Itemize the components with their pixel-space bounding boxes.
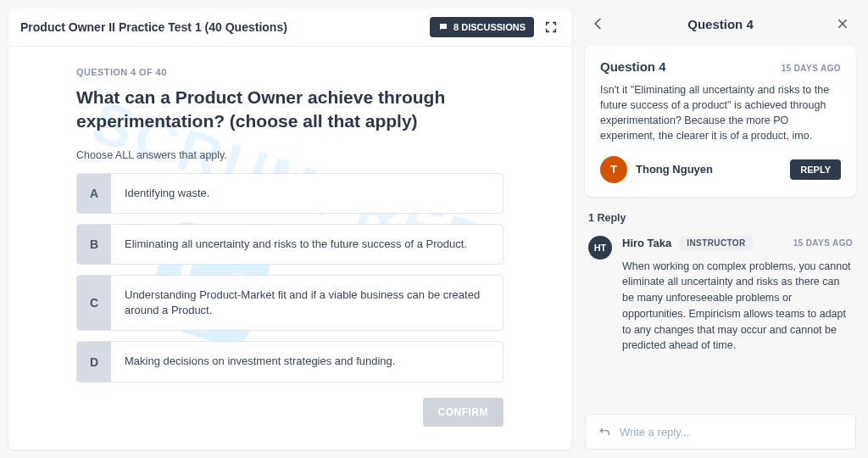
choice-letter: D — [77, 342, 111, 381]
thread-card: Question 4 15 DAYS AGO Isn't it "Elimina… — [585, 46, 856, 197]
app-root: Product Owner II Practice Test 1 (40 Que… — [0, 0, 868, 458]
choice-letter: B — [77, 225, 111, 264]
avatar: HT — [588, 236, 612, 260]
choice-text: Identifying waste. — [111, 174, 223, 213]
close-icon — [836, 17, 849, 31]
thread-age: 15 DAYS AGO — [782, 64, 841, 73]
test-header-actions: 8 DISCUSSIONS — [430, 17, 559, 37]
discussion-title: Question 4 — [687, 17, 754, 31]
confirm-button[interactable]: CONFIRM — [423, 398, 504, 427]
thread-footer: T Thong Nguyen REPLY — [600, 156, 841, 183]
choices-list: A Identifying waste. B Eliminating all u… — [76, 173, 504, 383]
discussion-header: Question 4 — [585, 8, 856, 46]
choice-letter: C — [77, 276, 111, 330]
thread-title: Question 4 — [600, 59, 666, 74]
thread-top: Question 4 15 DAYS AGO — [600, 59, 841, 74]
choice-b[interactable]: B Eliminating all uncertainty and risks … — [76, 224, 504, 265]
fullscreen-button[interactable] — [542, 19, 559, 36]
question-title: What can a Product Owner achieve through… — [76, 86, 504, 134]
choice-c[interactable]: C Understanding Product-Market fit and i… — [76, 275, 504, 331]
reply-item: HT Hiro Taka INSTRUCTOR 15 DAYS AGO When… — [585, 236, 856, 355]
discussion-pane: Question 4 Question 4 15 DAYS AGO Isn't … — [580, 0, 868, 458]
test-card: Product Owner II Practice Test 1 (40 Que… — [8, 8, 571, 450]
choice-d[interactable]: D Making decisions on investment strateg… — [76, 341, 504, 382]
choice-a[interactable]: A Identifying waste. — [76, 173, 504, 214]
choice-text: Making decisions on investment strategie… — [111, 342, 409, 381]
avatar: T — [600, 156, 627, 183]
close-button[interactable] — [832, 14, 853, 34]
test-body: QUESTION 4 OF 40 What can a Product Owne… — [8, 47, 571, 450]
reply-placeholder: Write a reply... — [620, 426, 690, 438]
reply-arrow-icon — [598, 425, 611, 438]
fullscreen-icon — [544, 20, 558, 34]
reply-author-name: Hiro Taka — [622, 237, 671, 249]
reply-input[interactable]: Write a reply... — [585, 414, 856, 450]
reply-count: 1 Reply — [588, 212, 856, 224]
arrow-left-icon — [591, 16, 606, 31]
choice-text: Understanding Product-Market fit and if … — [111, 276, 503, 330]
chat-icon — [438, 22, 448, 32]
test-title: Product Owner II Practice Test 1 (40 Que… — [20, 20, 287, 34]
question-kicker: QUESTION 4 OF 40 — [76, 67, 504, 77]
choice-text: Eliminating all uncertainty and risks to… — [111, 225, 481, 264]
reply-header: Hiro Taka INSTRUCTOR 15 DAYS AGO — [622, 236, 853, 250]
discussions-button-label: 8 DISCUSSIONS — [453, 22, 526, 32]
reply-age: 15 DAYS AGO — [793, 238, 853, 248]
author-name: Thong Nguyen — [636, 163, 713, 176]
thread-author: T Thong Nguyen — [600, 156, 713, 183]
confirm-row: CONFIRM — [76, 398, 504, 427]
test-pane: Product Owner II Practice Test 1 (40 Que… — [0, 0, 580, 458]
discussions-button[interactable]: 8 DISCUSSIONS — [430, 17, 534, 37]
choice-letter: A — [77, 174, 111, 213]
thread-body: Isn't it "Eliminating all uncertainty an… — [600, 82, 841, 144]
reply-body: When working on complex problems, you ca… — [622, 259, 853, 355]
test-header: Product Owner II Practice Test 1 (40 Que… — [8, 8, 571, 47]
reply-button[interactable]: REPLY — [790, 159, 841, 180]
instructor-badge: INSTRUCTOR — [680, 236, 752, 250]
reply-content: Hiro Taka INSTRUCTOR 15 DAYS AGO When wo… — [622, 236, 853, 355]
back-button[interactable] — [588, 14, 609, 34]
question-instruction: Choose ALL answers that apply. — [76, 149, 504, 161]
